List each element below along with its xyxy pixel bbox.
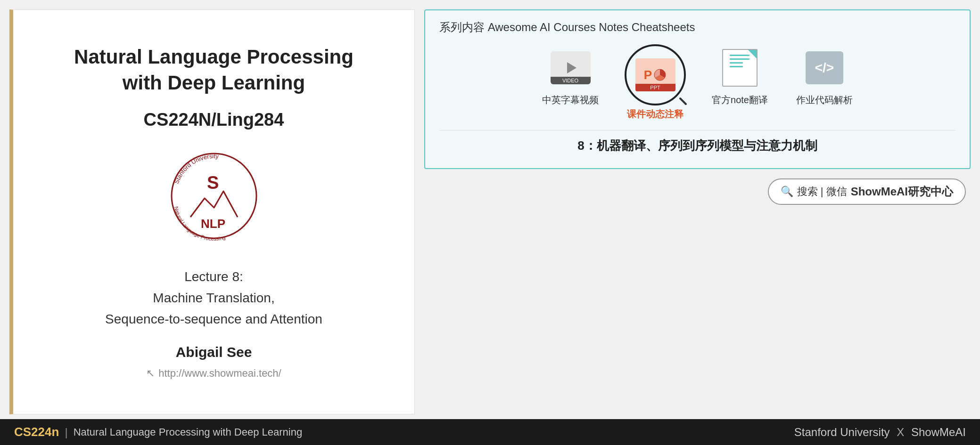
bottom-bar: CS224n | Natural Language Processing wit… xyxy=(0,419,980,445)
search-icon: 🔍 xyxy=(781,186,793,198)
note-label: 官方note翻译 xyxy=(712,94,768,106)
series-box: 系列内容 Awesome AI Courses Notes Cheatsheet… xyxy=(424,9,971,169)
bottom-divider: | xyxy=(65,426,67,439)
video-badge: VIDEO xyxy=(551,77,591,84)
ppt-icon-inner: P xyxy=(644,68,667,82)
series-item-ppt[interactable]: P PPT xyxy=(627,47,684,121)
slide-panel: Natural Language Processing with Deep Le… xyxy=(9,9,415,414)
series-title: 系列内容 Awesome AI Courses Notes Cheatsheet… xyxy=(439,20,955,35)
stanford-logo: Stanford University Natural Language Pro… xyxy=(167,149,261,243)
slide-url: ↖ http://www.showmeai.tech/ xyxy=(146,367,281,380)
slide-course: CS224N/Ling284 xyxy=(144,110,284,130)
search-text-before: 搜索 | 微信 xyxy=(797,185,847,199)
series-item-note[interactable]: 官方note翻译 xyxy=(712,47,768,106)
note-icon-wrapper xyxy=(719,47,761,89)
showmeai-text: ShowMeAI xyxy=(911,426,966,438)
slide-lecture: Lecture 8: Machine Translation, Sequence… xyxy=(105,267,322,330)
bottom-description: Natural Language Processing with Deep Le… xyxy=(74,426,303,438)
code-icon-box: </> xyxy=(806,51,843,84)
note-line-1 xyxy=(730,55,749,56)
search-text-bold: ShowMeAI研究中心 xyxy=(851,184,953,199)
note-line-4 xyxy=(730,66,743,67)
ppt-chart-icon xyxy=(653,68,667,81)
video-icon-wrapper: VIDEO xyxy=(549,47,592,89)
x-separator: X xyxy=(897,426,904,438)
bottom-course: CS224n xyxy=(14,425,59,439)
slide-title: Natural Language Processing with Deep Le… xyxy=(74,44,354,96)
svg-text:NLP: NLP xyxy=(201,217,225,231)
series-item-video[interactable]: VIDEO 中英字幕视频 xyxy=(542,47,599,106)
right-panel: 系列内容 Awesome AI Courses Notes Cheatsheet… xyxy=(424,9,971,414)
code-label: 作业代码解析 xyxy=(796,94,853,106)
search-area: 🔍 搜索 | 微信 ShowMeAI研究中心 xyxy=(424,178,971,205)
ppt-icon-box: P PPT xyxy=(635,58,675,91)
svg-text:S: S xyxy=(207,173,219,193)
ppt-badge: PPT xyxy=(635,84,675,91)
video-icon-box: VIDEO xyxy=(551,51,591,84)
cursor-icon: ↖ xyxy=(146,367,155,380)
series-icons-row: VIDEO 中英字幕视频 P xyxy=(439,47,955,121)
ppt-p-letter: P xyxy=(644,68,652,82)
search-box[interactable]: 🔍 搜索 | 微信 ShowMeAI研究中心 xyxy=(768,178,966,205)
video-label: 中英字幕视频 xyxy=(542,94,599,106)
note-line-3 xyxy=(730,62,743,64)
ppt-label: 课件动态注释 xyxy=(627,108,684,121)
bottom-right: Stanford University X ShowMeAI xyxy=(794,426,966,439)
series-lesson-title: 8：机器翻译、序列到序列模型与注意力机制 xyxy=(439,130,955,154)
slide-author: Abigail See xyxy=(176,344,252,360)
code-icon-wrapper: </> xyxy=(803,47,846,89)
note-icon-box xyxy=(722,49,758,87)
ppt-circle-wrapper: P PPT xyxy=(627,47,684,103)
code-bracket-icon: </> xyxy=(815,60,834,75)
magnifier-handle xyxy=(671,89,687,105)
stanford-university-text: Stanford University xyxy=(794,426,890,438)
series-item-code[interactable]: </> 作业代码解析 xyxy=(796,47,853,106)
note-line-2 xyxy=(730,58,749,60)
svg-line-6 xyxy=(680,98,686,104)
bottom-left: CS224n | Natural Language Processing wit… xyxy=(14,425,302,439)
